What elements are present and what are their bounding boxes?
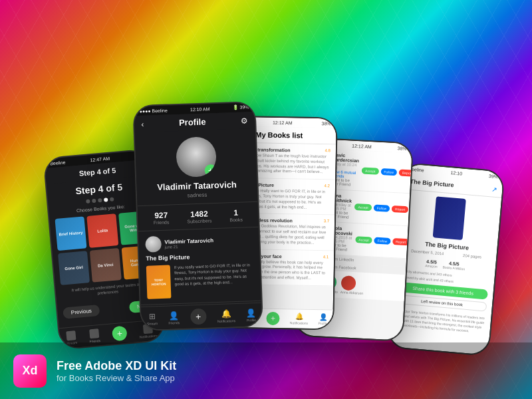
add-button[interactable]: + [112, 325, 128, 341]
p3-profile-label: Profile [318, 321, 327, 325]
friend-action-btns-2: Accept Follow Report [354, 203, 408, 213]
book-author-avatar [145, 236, 162, 253]
book-detail-cover [433, 196, 466, 240]
profile-stats: 927 Friends 1482 Subscribers 1 Books [138, 201, 259, 231]
book-rating-4: 4.1 [323, 255, 329, 261]
book-rating-3: 3.7 [324, 219, 329, 225]
p4-time: 12:12 AM [352, 143, 372, 149]
p2-friends-icon: 👤 [169, 311, 179, 321]
book-cover-2[interactable]: Lolita [86, 213, 118, 248]
accept-button-1[interactable]: Accept [362, 167, 379, 174]
bottom-bar: Xd Free Adobe XD UI Kit for Books Review… [0, 342, 532, 399]
status-carrier: Beeline [50, 160, 66, 166]
back-icon[interactable]: ‹ [141, 119, 144, 128]
dot-1 [86, 200, 90, 204]
p2-battery: 🔋 39% [232, 104, 249, 110]
small-avatar-3 [340, 275, 356, 291]
footer-text: Free Adobe XD UI Kit for Books Review & … [57, 359, 176, 383]
book-cover-5-label: Da Vinci [90, 248, 122, 283]
p2-carrier: ●●●● Beeline [139, 108, 167, 113]
p2-stream-icon: ⊞ [148, 311, 155, 321]
avatar-group-3: Anna Abbarson [340, 275, 364, 295]
follow-button-2[interactable]: Follow [373, 204, 390, 211]
book-author-row: Vladimir Tatarovich june 21 [145, 233, 253, 253]
profile-book-preview: Vladimir Tatarovich june 21 The Big Pict… [138, 227, 261, 305]
report-button-3[interactable]: Report [392, 238, 410, 245]
book-preview-row: TONY HORTON If you really want to GO FOR… [146, 262, 255, 299]
book-thumb-text: TONY HORTON [146, 277, 170, 286]
phone2-tab-bar: ⊞ Stream 👤 Friends + 🔔 Notifications 👤 P… [141, 303, 262, 330]
p3-add-button[interactable]: + [266, 312, 279, 325]
dot-4-active [104, 198, 108, 202]
p5-battery: 39% [489, 174, 499, 179]
book-cover-container [397, 190, 501, 247]
book-cover-5[interactable]: Da Vinci [90, 248, 122, 283]
p2-tab-friends[interactable]: 👤 Friends [168, 311, 180, 325]
report-button-2[interactable]: Report [392, 205, 409, 213]
phone-profile-screen: ●●●● Beeline 12:10 AM 🔋 39% ‹ Profile ⚙ … [132, 101, 263, 331]
p2-notif-icon: 🔔 [221, 309, 231, 319]
friend-action-btns-3: Accept Follow Report [355, 236, 409, 245]
books-rating-item: 4.5/5 Books A Million [442, 261, 466, 271]
avatar-add-icon[interactable]: + [204, 164, 217, 177]
p3-time: 12:12 AM [273, 120, 293, 125]
p2-time: 12:10 AM [190, 106, 210, 112]
subscribers-label: Subscribers [187, 218, 211, 223]
status-time: 12:47 AM [90, 156, 110, 162]
accept-button-2[interactable]: Accept [354, 203, 372, 211]
footer-subtitle: for Books Review & Share App [57, 373, 176, 383]
accept-button-3[interactable]: Accept [355, 236, 372, 243]
tab-friends[interactable]: Friends [88, 328, 100, 342]
book-author-info: Vladimir Tatarovich june 21 [164, 236, 252, 249]
report-button-1[interactable]: Report [399, 169, 413, 176]
book-rating-2: 4.2 [325, 184, 330, 190]
stat-subscribers: 1482 Subscribers [187, 209, 212, 223]
p2-tab-profile[interactable]: 👤 Profile [246, 308, 257, 323]
p5-time: 12:10 [450, 170, 462, 176]
book-desc-2: If you really want to GO FOR IT, in life… [249, 188, 330, 210]
p2-profile-icon: 👤 [246, 308, 256, 318]
p3-tab-notif[interactable]: 🔔 Notifications [290, 313, 309, 325]
book-preview-title: The Big Picture [146, 251, 253, 262]
book-cover-2-label: Lolita [86, 213, 118, 248]
friend-action-btns-1: Accept Follow Report [362, 167, 412, 176]
books-label: Books [229, 217, 243, 223]
friends-icon [89, 329, 99, 338]
p2-tab-notifications[interactable]: 🔔 Notifications [217, 309, 235, 323]
p3-notif-icon: 🔔 [295, 313, 303, 320]
p4-battery: 38% [398, 146, 407, 151]
dot-2 [92, 199, 96, 203]
friends-count: 927 [153, 211, 169, 221]
book-preview-desc: If you really want to GO FOR IT, in life… [174, 262, 255, 298]
notifications-label: Notifications [140, 333, 158, 338]
book-thumbnail: TONY HORTON [146, 265, 172, 299]
p3-tab-profile[interactable]: 👤 Profile [318, 313, 327, 325]
book-info-1: for transformation 4.8 I know Shaun T as… [249, 147, 331, 175]
stream-icon [66, 331, 76, 340]
p2-add-button[interactable]: + [190, 309, 207, 325]
book-detail-title: The Big Picture [410, 178, 491, 192]
follow-button-3[interactable]: Follow [374, 237, 390, 245]
footer-title: Free Adobe XD UI Kit [57, 359, 176, 373]
book-cover-1-label: Brief History [55, 216, 86, 251]
phone1-title: Step 4 of 5 [78, 166, 116, 178]
p3-notif-label: Notifications [290, 321, 308, 325]
book-desc-1: I know Shaun T as the tough love instruc… [249, 153, 331, 175]
xd-label: Xd [22, 364, 37, 378]
profile-title: Profile [179, 117, 206, 128]
dot-3 [98, 198, 102, 203]
follow-button-1[interactable]: Follow [380, 168, 397, 176]
profile-avatar-section: + Vladimir Tatarovich sadness [135, 128, 258, 205]
p2-tab-stream[interactable]: ⊞ Stream [146, 311, 158, 326]
stat-books: 1 Books [229, 208, 243, 223]
settings-icon[interactable]: ⚙ [241, 116, 248, 125]
stat-friends: 927 Friends [153, 211, 169, 225]
p2-profile-label: Profile [247, 318, 256, 322]
profile-name: Vladimir Tatarovich [157, 180, 237, 192]
p3-battery: 38% [322, 121, 331, 126]
previous-button[interactable]: Previous [63, 305, 100, 319]
book-cover-1[interactable]: Brief History [55, 216, 86, 251]
phones-container: Beeline 12:47 AM ●●● Step 4 of 5 Step 4 … [13, 40, 519, 339]
p5-share-icon[interactable]: ↗ [491, 185, 497, 193]
book-cover-4[interactable]: Gone Girl [58, 251, 90, 285]
